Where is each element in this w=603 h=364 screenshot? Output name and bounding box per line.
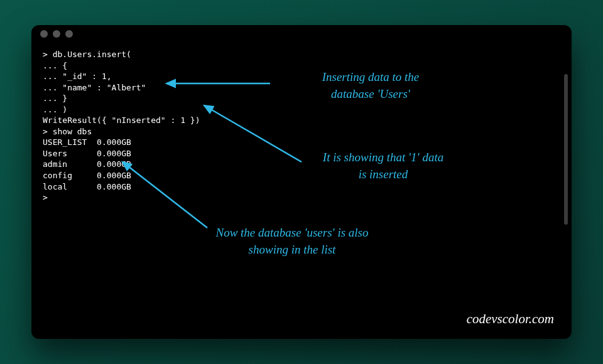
minimize-dot[interactable] [53,30,60,38]
terminal-window: > db.Users.insert( ... { ... "_id" : 1, … [31,25,572,339]
close-dot[interactable] [40,30,48,38]
terminal-body[interactable]: > db.Users.insert( ... { ... "_id" : 1, … [31,43,572,339]
annotation-insert: Inserting data to the database 'Users' [270,69,471,102]
annotation-writeresult: It is showing that '1' data is inserted [283,149,484,183]
maximize-dot[interactable] [65,30,73,38]
window-titlebar [31,25,572,43]
annotation-showdbs: Now the database 'users' is also showing… [157,225,427,258]
scrollbar[interactable] [564,74,568,225]
watermark: codevscolor.com [467,310,554,328]
